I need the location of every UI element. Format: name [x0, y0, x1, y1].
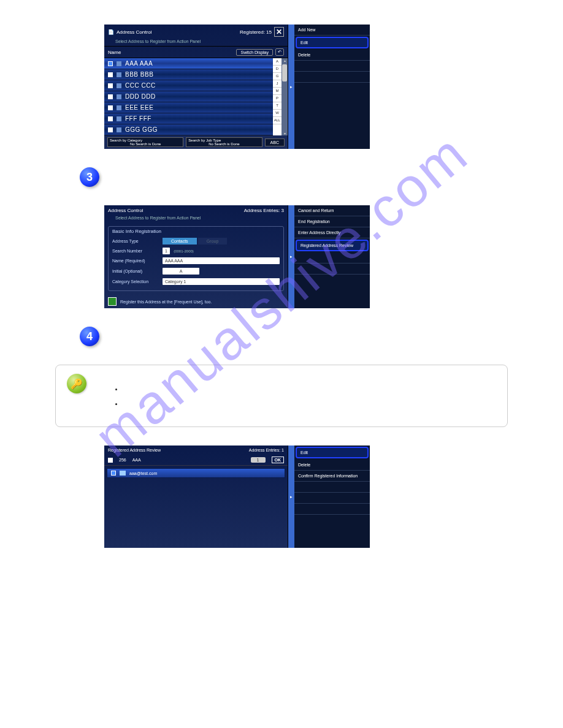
frequent-use-label: Register this Address at the [Frequent U…	[120, 300, 212, 304]
alpha-index[interactable]: A D G J M P T W ALL	[273, 58, 282, 135]
add-new-button[interactable]: Add New	[294, 25, 370, 36]
delete-button[interactable]: Delete	[294, 460, 370, 471]
address-list-item[interactable]: AAA AAA	[104, 58, 273, 69]
contact-icon	[117, 72, 121, 77]
index-letter[interactable]: ALL	[273, 117, 282, 124]
list-item-label: DDD DDD	[125, 93, 156, 100]
address-list-item[interactable]: GGG GGG	[104, 124, 273, 135]
switch-display-button[interactable]: Switch Display	[236, 49, 273, 56]
step-4-badge: 4	[80, 327, 99, 346]
confirm-registered-info-button[interactable]: Confirm Registered Information	[294, 471, 370, 482]
search-by-category-button[interactable]: Search by Category No Search is Done	[107, 137, 183, 147]
contact-icon	[117, 83, 121, 88]
name-column-header: Name	[108, 50, 234, 55]
edit-button[interactable]: Edit	[296, 447, 369, 458]
index-letter[interactable]: A	[273, 58, 282, 66]
index-letter[interactable]: J	[273, 80, 282, 88]
name-input[interactable]: AAA AAA	[163, 257, 280, 264]
side-empty	[294, 493, 370, 504]
tip-bullet-2	[123, 400, 495, 407]
contact-icon	[117, 105, 121, 110]
checkbox-icon[interactable]	[108, 127, 113, 132]
checkbox-icon[interactable]	[111, 471, 116, 476]
checkbox-icon[interactable]	[108, 94, 113, 99]
entry-number: 256	[119, 458, 126, 462]
index-letter[interactable]: D	[273, 66, 282, 73]
side-empty	[294, 252, 370, 264]
address-list-item[interactable]: BBB BBB	[104, 69, 273, 80]
list-item-label: GGG GGG	[125, 126, 158, 133]
registered-address-review-button[interactable]: Registered Address Review	[296, 240, 369, 251]
side-panel-arrow-icon[interactable]: ▸	[288, 25, 294, 149]
index-letter[interactable]: W	[273, 110, 282, 117]
index-letter[interactable]: P	[273, 95, 282, 102]
edit-button[interactable]: Edit	[296, 37, 369, 48]
cancel-return-button[interactable]: Cancel and Return	[294, 205, 370, 216]
group-type-button[interactable]: Group	[198, 238, 227, 245]
address-list-item[interactable]: DDD DDD	[104, 91, 273, 102]
checkbox-icon[interactable]	[108, 72, 113, 77]
side-panel-arrow-icon[interactable]: ▸	[288, 446, 294, 548]
search-by-jobtype-button[interactable]: Search by Job Type No Search is Done	[186, 137, 262, 147]
close-button[interactable]: ✕	[274, 27, 284, 37]
search-number-hint: (0001-2000)	[174, 249, 194, 253]
contact-icon	[117, 61, 121, 66]
initial-input[interactable]: A	[163, 268, 199, 275]
checkbox-icon[interactable]	[108, 116, 113, 121]
list-item-label: EEE EEE	[125, 104, 153, 111]
category-input[interactable]: Category 1	[163, 278, 280, 285]
tip-icon: 🔑	[67, 374, 86, 393]
scrollbar-thumb[interactable]	[282, 64, 287, 82]
panel3-entries: Address Entries: 1	[249, 448, 284, 452]
abc-button[interactable]: ABC	[265, 138, 285, 146]
page-indicator[interactable]: 1	[251, 457, 266, 463]
side-empty	[294, 264, 370, 275]
no-search-text: No Search is Done	[110, 142, 181, 146]
address-list-item[interactable]: FFF FFF	[104, 113, 273, 124]
email-entry-row[interactable]: aaa@test.com	[107, 468, 285, 478]
entries-count: Address Entries: 3	[244, 208, 284, 213]
scrollbar[interactable]	[282, 58, 288, 135]
tip-bullet-1	[123, 385, 495, 392]
address-list-item[interactable]: EEE EEE	[104, 102, 273, 113]
panel-address-control-list: 📄 Address Control Registered: 15 ✕ Selec…	[104, 25, 370, 149]
side-panel-arrow-icon[interactable]: ▸	[288, 205, 294, 308]
list-item-label: CCC CCC	[125, 82, 156, 89]
panel2-title: Address Control	[108, 208, 242, 213]
contact-icon	[117, 116, 121, 121]
search-number-input[interactable]: 1	[163, 248, 170, 254]
checkbox-icon[interactable]	[108, 83, 113, 88]
frequent-use-checkbox[interactable]	[108, 297, 117, 306]
side-empty	[294, 504, 370, 515]
index-letter[interactable]: M	[273, 88, 282, 95]
undo-button[interactable]: ↶	[275, 48, 284, 56]
ok-button[interactable]: OK	[272, 457, 285, 463]
entry-name: AAA	[132, 458, 141, 462]
section-heading: Basic Info Registration	[109, 227, 283, 236]
email-icon	[120, 471, 126, 476]
side-empty	[294, 72, 370, 83]
index-letter[interactable]: T	[273, 102, 282, 110]
checkbox-icon[interactable]	[108, 61, 113, 66]
address-type-label: Address Type	[112, 239, 159, 243]
list-item-label: AAA AAA	[125, 60, 153, 67]
enter-address-directly-button[interactable]: Enter Address Directly	[294, 227, 370, 238]
panel1-title: Address Control	[117, 29, 237, 35]
initial-label: Initial (Optional)	[112, 269, 159, 273]
address-list-item[interactable]: CCC CCC	[104, 80, 273, 91]
end-registration-button[interactable]: End Registration	[294, 216, 370, 227]
panel3-title: Registered Address Review	[108, 448, 161, 452]
name-required-label: Name (Required)	[112, 259, 159, 263]
category-label: Category Selection	[112, 279, 159, 284]
delete-button[interactable]: Delete	[294, 50, 370, 61]
panel-basic-info-registration: Address Control Address Entries: 3 Selec…	[104, 205, 370, 308]
search-number-label: Search Number	[112, 249, 159, 253]
email-value: aaa@test.com	[129, 471, 157, 476]
step-3-badge: 3	[80, 167, 99, 187]
checkbox-icon[interactable]	[108, 458, 113, 463]
checkbox-icon[interactable]	[108, 105, 113, 110]
list-item-label: FFF FFF	[125, 115, 151, 122]
contacts-type-button[interactable]: Contacts	[163, 238, 197, 245]
index-letter[interactable]: G	[273, 73, 282, 80]
panel2-subtitle: Select Address to Register from Action P…	[104, 216, 288, 222]
